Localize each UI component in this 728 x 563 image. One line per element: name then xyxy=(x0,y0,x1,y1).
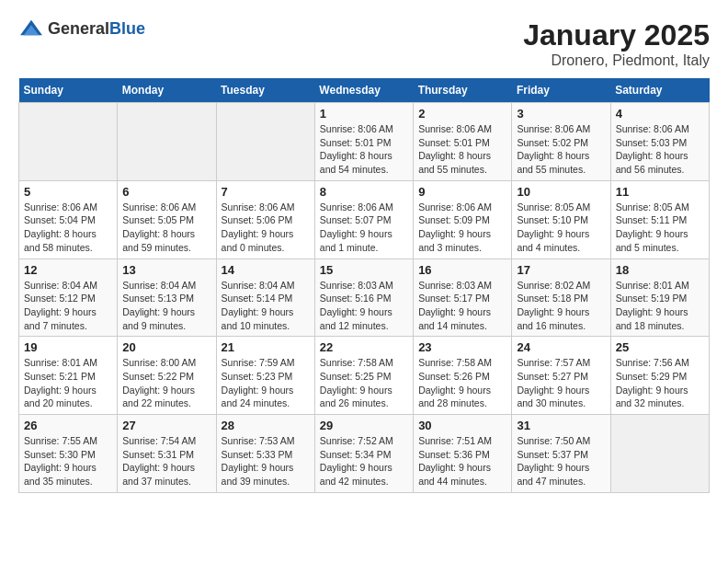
day-number: 5 xyxy=(24,185,112,199)
day-info: Sunrise: 8:00 AM Sunset: 5:22 PM Dayligh… xyxy=(122,356,210,410)
calendar-cell: 27Sunrise: 7:54 AM Sunset: 5:31 PM Dayli… xyxy=(118,415,216,493)
logo-text-blue: Blue xyxy=(109,19,145,38)
day-number: 12 xyxy=(24,263,112,277)
logo: GeneralBlue xyxy=(18,18,145,39)
calendar-cell: 29Sunrise: 7:52 AM Sunset: 5:34 PM Dayli… xyxy=(314,415,413,493)
day-info: Sunrise: 8:06 AM Sunset: 5:06 PM Dayligh… xyxy=(222,201,310,255)
day-info: Sunrise: 8:04 AM Sunset: 5:12 PM Dayligh… xyxy=(24,279,112,333)
day-number: 20 xyxy=(122,340,210,354)
calendar-cell xyxy=(216,103,314,181)
calendar-cell: 2Sunrise: 8:06 AM Sunset: 5:01 PM Daylig… xyxy=(414,103,512,181)
day-number: 18 xyxy=(616,263,704,277)
day-number: 22 xyxy=(320,340,408,354)
calendar-cell: 18Sunrise: 8:01 AM Sunset: 5:19 PM Dayli… xyxy=(610,259,709,337)
calendar-cell: 21Sunrise: 7:59 AM Sunset: 5:23 PM Dayli… xyxy=(216,337,314,415)
calendar-cell: 25Sunrise: 7:56 AM Sunset: 5:29 PM Dayli… xyxy=(610,337,709,415)
calendar-cell: 20Sunrise: 8:00 AM Sunset: 5:22 PM Dayli… xyxy=(118,337,216,415)
day-info: Sunrise: 7:52 AM Sunset: 5:34 PM Dayligh… xyxy=(320,434,408,488)
day-number: 27 xyxy=(122,419,210,432)
weekday-header-friday: Friday xyxy=(512,78,610,103)
day-info: Sunrise: 8:04 AM Sunset: 5:13 PM Dayligh… xyxy=(122,279,210,333)
day-number: 26 xyxy=(24,419,112,432)
day-info: Sunrise: 8:01 AM Sunset: 5:21 PM Dayligh… xyxy=(24,356,112,410)
day-number: 31 xyxy=(517,419,605,432)
day-info: Sunrise: 8:06 AM Sunset: 5:04 PM Dayligh… xyxy=(24,201,112,255)
week-row-2: 12Sunrise: 8:04 AM Sunset: 5:12 PM Dayli… xyxy=(19,259,710,337)
calendar-cell: 24Sunrise: 7:57 AM Sunset: 5:27 PM Dayli… xyxy=(512,337,610,415)
calendar-subtitle: Dronero, Piedmont, Italy xyxy=(523,52,710,69)
weekday-header-row: SundayMondayTuesdayWednesdayThursdayFrid… xyxy=(19,78,710,103)
calendar-table: SundayMondayTuesdayWednesdayThursdayFrid… xyxy=(18,78,710,493)
day-number: 28 xyxy=(222,419,310,432)
calendar-cell: 14Sunrise: 8:04 AM Sunset: 5:14 PM Dayli… xyxy=(216,259,314,337)
week-row-4: 26Sunrise: 7:55 AM Sunset: 5:30 PM Dayli… xyxy=(19,415,710,493)
day-number: 30 xyxy=(418,419,506,432)
day-info: Sunrise: 7:57 AM Sunset: 5:27 PM Dayligh… xyxy=(517,356,605,410)
day-info: Sunrise: 8:02 AM Sunset: 5:18 PM Dayligh… xyxy=(517,279,605,333)
day-number: 8 xyxy=(320,185,408,199)
day-number: 19 xyxy=(24,340,112,354)
logo-icon xyxy=(18,18,44,39)
title-area: January 2025 Dronero, Piedmont, Italy xyxy=(523,18,710,69)
weekday-header-wednesday: Wednesday xyxy=(314,78,413,103)
day-info: Sunrise: 7:51 AM Sunset: 5:36 PM Dayligh… xyxy=(418,434,506,488)
day-number: 29 xyxy=(320,419,408,432)
weekday-header-tuesday: Tuesday xyxy=(216,78,314,103)
day-info: Sunrise: 7:53 AM Sunset: 5:33 PM Dayligh… xyxy=(222,434,310,488)
calendar-cell: 11Sunrise: 8:05 AM Sunset: 5:11 PM Dayli… xyxy=(610,180,709,259)
day-info: Sunrise: 8:04 AM Sunset: 5:14 PM Dayligh… xyxy=(222,279,310,333)
day-info: Sunrise: 8:01 AM Sunset: 5:19 PM Dayligh… xyxy=(616,279,704,333)
day-info: Sunrise: 7:59 AM Sunset: 5:23 PM Dayligh… xyxy=(222,356,310,410)
day-number: 6 xyxy=(122,185,210,199)
day-info: Sunrise: 8:06 AM Sunset: 5:09 PM Dayligh… xyxy=(418,201,506,255)
day-number: 10 xyxy=(517,185,605,199)
day-number: 13 xyxy=(122,263,210,277)
calendar-cell: 13Sunrise: 8:04 AM Sunset: 5:13 PM Dayli… xyxy=(118,259,216,337)
calendar-cell: 3Sunrise: 8:06 AM Sunset: 5:02 PM Daylig… xyxy=(512,103,610,181)
day-info: Sunrise: 7:50 AM Sunset: 5:37 PM Dayligh… xyxy=(517,434,605,488)
week-row-0: 1Sunrise: 8:06 AM Sunset: 5:01 PM Daylig… xyxy=(19,103,710,181)
day-info: Sunrise: 8:05 AM Sunset: 5:11 PM Dayligh… xyxy=(616,201,704,255)
calendar-cell: 9Sunrise: 8:06 AM Sunset: 5:09 PM Daylig… xyxy=(414,180,512,259)
calendar-cell xyxy=(118,103,216,181)
calendar-title: January 2025 xyxy=(523,18,710,52)
day-number: 15 xyxy=(320,263,408,277)
calendar-cell: 22Sunrise: 7:58 AM Sunset: 5:25 PM Dayli… xyxy=(314,337,413,415)
day-number: 21 xyxy=(222,340,310,354)
calendar-cell: 23Sunrise: 7:58 AM Sunset: 5:26 PM Dayli… xyxy=(414,337,512,415)
calendar-cell: 6Sunrise: 8:06 AM Sunset: 5:05 PM Daylig… xyxy=(118,180,216,259)
calendar-cell: 5Sunrise: 8:06 AM Sunset: 5:04 PM Daylig… xyxy=(19,180,118,259)
day-number: 1 xyxy=(320,107,408,121)
weekday-header-saturday: Saturday xyxy=(610,78,709,103)
day-info: Sunrise: 7:55 AM Sunset: 5:30 PM Dayligh… xyxy=(24,434,112,488)
day-number: 17 xyxy=(517,263,605,277)
weekday-header-sunday: Sunday xyxy=(19,78,118,103)
calendar-cell: 28Sunrise: 7:53 AM Sunset: 5:33 PM Dayli… xyxy=(216,415,314,493)
day-number: 7 xyxy=(222,185,310,199)
week-row-3: 19Sunrise: 8:01 AM Sunset: 5:21 PM Dayli… xyxy=(19,337,710,415)
calendar-cell xyxy=(19,103,118,181)
day-number: 24 xyxy=(517,340,605,354)
day-number: 11 xyxy=(616,185,704,199)
day-info: Sunrise: 8:03 AM Sunset: 5:17 PM Dayligh… xyxy=(418,279,506,333)
day-number: 3 xyxy=(517,107,605,121)
day-info: Sunrise: 7:58 AM Sunset: 5:25 PM Dayligh… xyxy=(320,356,408,410)
calendar-cell: 17Sunrise: 8:02 AM Sunset: 5:18 PM Dayli… xyxy=(512,259,610,337)
calendar-cell: 8Sunrise: 8:06 AM Sunset: 5:07 PM Daylig… xyxy=(314,180,413,259)
weekday-header-monday: Monday xyxy=(118,78,216,103)
calendar-cell xyxy=(610,415,709,493)
day-number: 25 xyxy=(616,340,704,354)
calendar-cell: 31Sunrise: 7:50 AM Sunset: 5:37 PM Dayli… xyxy=(512,415,610,493)
day-info: Sunrise: 8:05 AM Sunset: 5:10 PM Dayligh… xyxy=(517,201,605,255)
day-info: Sunrise: 8:06 AM Sunset: 5:02 PM Dayligh… xyxy=(517,122,605,177)
calendar-cell: 19Sunrise: 8:01 AM Sunset: 5:21 PM Dayli… xyxy=(19,337,118,415)
day-info: Sunrise: 8:06 AM Sunset: 5:07 PM Dayligh… xyxy=(320,201,408,255)
day-number: 16 xyxy=(418,263,506,277)
calendar-cell: 7Sunrise: 8:06 AM Sunset: 5:06 PM Daylig… xyxy=(216,180,314,259)
day-info: Sunrise: 7:58 AM Sunset: 5:26 PM Dayligh… xyxy=(418,356,506,410)
calendar-cell: 4Sunrise: 8:06 AM Sunset: 5:03 PM Daylig… xyxy=(610,103,709,181)
calendar-cell: 15Sunrise: 8:03 AM Sunset: 5:16 PM Dayli… xyxy=(314,259,413,337)
day-info: Sunrise: 8:06 AM Sunset: 5:05 PM Dayligh… xyxy=(122,201,210,255)
day-number: 2 xyxy=(418,107,506,121)
logo-text-general: General xyxy=(48,19,109,38)
